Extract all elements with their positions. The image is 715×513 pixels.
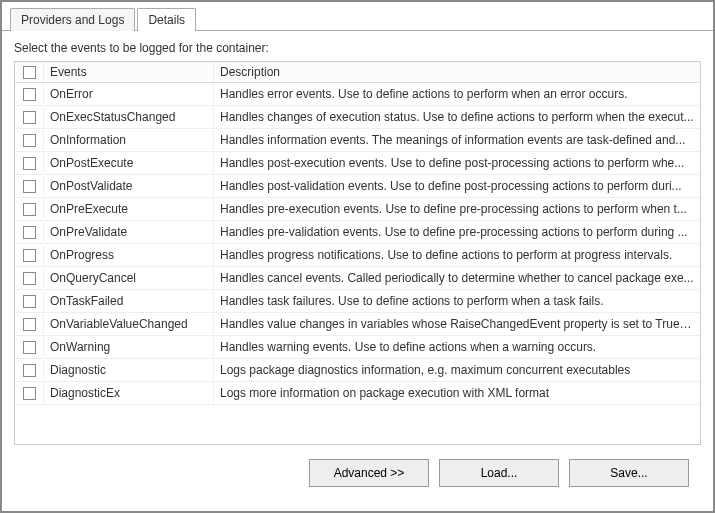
table-row[interactable]: OnPreValidateHandles pre-validation even…	[15, 221, 700, 244]
table-row[interactable]: OnQueryCancelHandles cancel events. Call…	[15, 267, 700, 290]
table-row[interactable]: OnInformationHandles information events.…	[15, 129, 700, 152]
event-name: OnPostValidate	[43, 176, 213, 196]
logging-config-panel: Providers and Logs Details Select the ev…	[0, 0, 715, 513]
row-checkbox-cell	[15, 108, 43, 127]
row-checkbox[interactable]	[23, 180, 36, 193]
table-row[interactable]: OnPostExecuteHandles post-execution even…	[15, 152, 700, 175]
row-checkbox-cell	[15, 223, 43, 242]
table-row[interactable]: OnWarningHandles warning events. Use to …	[15, 336, 700, 359]
button-bar: Advanced >> Load... Save...	[14, 445, 701, 501]
row-checkbox-cell	[15, 315, 43, 334]
tab-providers-and-logs[interactable]: Providers and Logs	[10, 8, 135, 31]
event-description: Handles cancel events. Called periodical…	[213, 268, 700, 288]
event-description: Handles warning events. Use to define ac…	[213, 337, 700, 357]
row-checkbox[interactable]	[23, 226, 36, 239]
event-name: Diagnostic	[43, 360, 213, 380]
row-checkbox[interactable]	[23, 88, 36, 101]
advanced-button[interactable]: Advanced >>	[309, 459, 429, 487]
table-row[interactable]: OnPreExecuteHandles pre-execution events…	[15, 198, 700, 221]
row-checkbox-cell	[15, 292, 43, 311]
table-row[interactable]: OnExecStatusChangedHandles changes of ex…	[15, 106, 700, 129]
event-description: Handles value changes in variables whose…	[213, 314, 700, 334]
event-name: OnExecStatusChanged	[43, 107, 213, 127]
instruction-text: Select the events to be logged for the c…	[14, 41, 701, 55]
row-checkbox-cell	[15, 154, 43, 173]
event-description: Handles post-execution events. Use to de…	[213, 153, 700, 173]
event-name: OnVariableValueChanged	[43, 314, 213, 334]
row-checkbox-cell	[15, 269, 43, 288]
row-checkbox-cell	[15, 384, 43, 403]
event-description: Handles pre-execution events. Use to def…	[213, 199, 700, 219]
event-description: Handles post-validation events. Use to d…	[213, 176, 700, 196]
row-checkbox-cell	[15, 361, 43, 380]
row-checkbox[interactable]	[23, 364, 36, 377]
grid-header: Events Description	[15, 62, 700, 83]
row-checkbox-cell	[15, 131, 43, 150]
event-name: OnError	[43, 84, 213, 104]
select-all-checkbox[interactable]	[23, 66, 36, 79]
row-checkbox[interactable]	[23, 318, 36, 331]
event-name: OnQueryCancel	[43, 268, 213, 288]
load-button[interactable]: Load...	[439, 459, 559, 487]
event-description: Logs package diagnostics information, e.…	[213, 360, 700, 380]
table-row[interactable]: OnPostValidateHandles post-validation ev…	[15, 175, 700, 198]
table-row[interactable]: DiagnosticExLogs more information on pac…	[15, 382, 700, 405]
row-checkbox-cell	[15, 246, 43, 265]
event-description: Handles progress notifications. Use to d…	[213, 245, 700, 265]
header-description[interactable]: Description	[213, 62, 700, 82]
tab-strip: Providers and Logs Details	[2, 2, 713, 31]
row-checkbox[interactable]	[23, 157, 36, 170]
events-grid: Events Description OnErrorHandles error …	[14, 61, 701, 445]
grid-body: OnErrorHandles error events. Use to defi…	[15, 83, 700, 405]
event-name: OnWarning	[43, 337, 213, 357]
table-row[interactable]: OnProgressHandles progress notifications…	[15, 244, 700, 267]
row-checkbox-cell	[15, 338, 43, 357]
save-button[interactable]: Save...	[569, 459, 689, 487]
row-checkbox[interactable]	[23, 272, 36, 285]
event-description: Handles task failures. Use to define act…	[213, 291, 700, 311]
row-checkbox-cell	[15, 177, 43, 196]
tab-details[interactable]: Details	[137, 8, 196, 31]
event-name: OnPreValidate	[43, 222, 213, 242]
row-checkbox[interactable]	[23, 341, 36, 354]
event-description: Handles information events. The meanings…	[213, 130, 700, 150]
header-events[interactable]: Events	[43, 62, 213, 82]
header-checkbox-cell	[15, 62, 43, 82]
row-checkbox-cell	[15, 85, 43, 104]
row-checkbox[interactable]	[23, 134, 36, 147]
row-checkbox[interactable]	[23, 111, 36, 124]
row-checkbox-cell	[15, 200, 43, 219]
event-description: Handles pre-validation events. Use to de…	[213, 222, 700, 242]
row-checkbox[interactable]	[23, 387, 36, 400]
event-description: Logs more information on package executi…	[213, 383, 700, 403]
event-name: OnPreExecute	[43, 199, 213, 219]
row-checkbox[interactable]	[23, 203, 36, 216]
event-description: Handles changes of execution status. Use…	[213, 107, 700, 127]
table-row[interactable]: DiagnosticLogs package diagnostics infor…	[15, 359, 700, 382]
event-name: OnInformation	[43, 130, 213, 150]
tab-content-details: Select the events to be logged for the c…	[2, 30, 713, 511]
row-checkbox[interactable]	[23, 295, 36, 308]
event-name: DiagnosticEx	[43, 383, 213, 403]
table-row[interactable]: OnVariableValueChangedHandles value chan…	[15, 313, 700, 336]
table-row[interactable]: OnErrorHandles error events. Use to defi…	[15, 83, 700, 106]
event-name: OnPostExecute	[43, 153, 213, 173]
event-name: OnTaskFailed	[43, 291, 213, 311]
event-description: Handles error events. Use to define acti…	[213, 84, 700, 104]
event-name: OnProgress	[43, 245, 213, 265]
table-row[interactable]: OnTaskFailedHandles task failures. Use t…	[15, 290, 700, 313]
row-checkbox[interactable]	[23, 249, 36, 262]
